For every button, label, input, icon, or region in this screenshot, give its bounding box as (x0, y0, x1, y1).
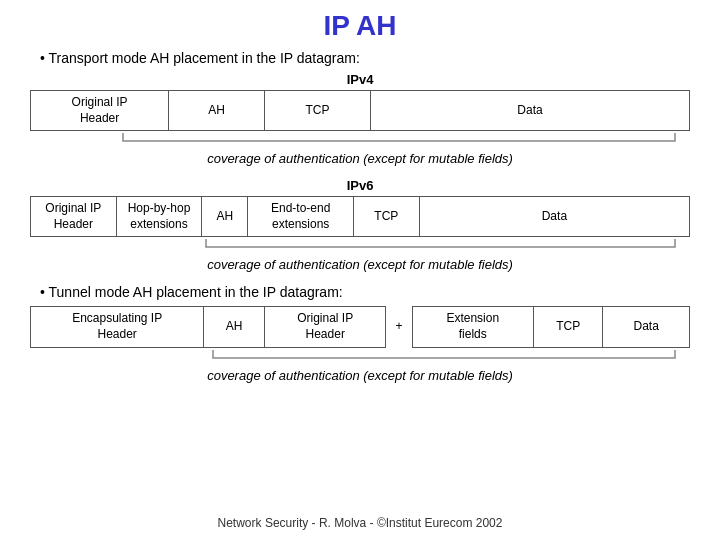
ipv6-col-tcp: TCP (353, 197, 419, 237)
ipv4-label: IPv4 (30, 72, 690, 87)
ipv6-bracket (30, 237, 690, 253)
page-title: IP AH (30, 10, 690, 42)
ipv4-coverage-text: coverage of authentication (except for m… (30, 151, 690, 166)
ipv6-col-end: End-to-endextensions (248, 197, 353, 237)
ipv6-col-orig-ip: Original IPHeader (31, 197, 117, 237)
bullet1: • Transport mode AH placement in the IP … (40, 50, 690, 66)
ipv4-col-orig-ip: Original IPHeader (31, 91, 169, 131)
ipv4-col-tcp: TCP (264, 91, 370, 131)
tunnel-col-plus: + (386, 307, 412, 347)
bullet2: • Tunnel mode AH placement in the IP dat… (40, 284, 690, 300)
page: IP AH • Transport mode AH placement in t… (0, 0, 720, 540)
tunnel-col-encap: Encapsulating IPHeader (31, 307, 204, 347)
tunnel-table: Encapsulating IPHeader AH Original IPHea… (30, 306, 690, 347)
tunnel-col-ah: AH (204, 307, 265, 347)
tunnel-col-orig-ip: Original IPHeader (265, 307, 386, 347)
ipv6-col-hop: Hop-by-hopextensions (116, 197, 202, 237)
ipv4-table: Original IPHeader AH TCP Data (30, 90, 690, 131)
footer: Network Security - R. Molva - ©Institut … (30, 510, 690, 530)
tunnel-col-tcp: TCP (533, 307, 602, 347)
ipv4-col-data: Data (371, 91, 690, 131)
ipv6-col-data: Data (419, 197, 689, 237)
tunnel-coverage-text: coverage of authentication (except for m… (30, 368, 690, 383)
ipv4-section: IPv4 Original IPHeader AH TCP Data (30, 72, 690, 147)
ipv4-col-ah: AH (169, 91, 265, 131)
ipv4-bracket (30, 131, 690, 147)
tunnel-bracket (30, 348, 690, 364)
tunnel-col-data: Data (603, 307, 690, 347)
ipv6-label: IPv6 (30, 178, 690, 193)
tunnel-col-ext: Extensionfields (412, 307, 533, 347)
ipv6-coverage-text: coverage of authentication (except for m… (30, 257, 690, 272)
ipv6-table: Original IPHeader Hop-by-hopextensions A… (30, 196, 690, 237)
ipv6-section: IPv6 Original IPHeader Hop-by-hopextensi… (30, 178, 690, 253)
ipv6-col-ah: AH (202, 197, 248, 237)
tunnel-section: Encapsulating IPHeader AH Original IPHea… (30, 306, 690, 363)
